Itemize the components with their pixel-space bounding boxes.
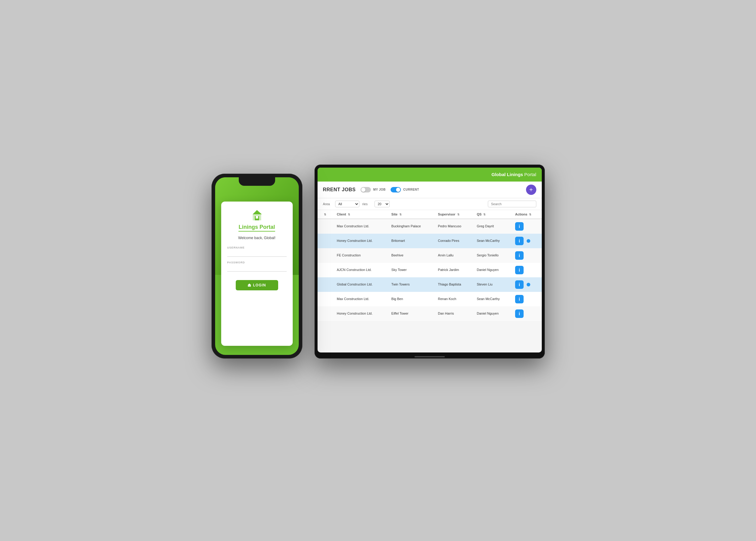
cell-qs: Steven Liu	[473, 277, 512, 292]
actions-cell: i	[515, 280, 538, 289]
info-button[interactable]: i	[515, 309, 524, 318]
add-icon: +	[529, 187, 533, 193]
phone-login-button[interactable]: LOGIN	[236, 280, 278, 290]
col-header-client[interactable]: Client ⇅	[333, 210, 388, 219]
tablet-toolbar-left: RRENT JOBS MY JOB CURRENT	[323, 187, 419, 193]
tablet-header-title: Global Linings Portal	[492, 172, 536, 177]
area-filter-label: Area	[323, 202, 332, 206]
area-filter-select[interactable]: All	[335, 201, 359, 207]
cell-num	[317, 292, 333, 306]
scene: Linings Portal Welcome back, Global! USE…	[211, 165, 545, 377]
cell-num	[317, 219, 333, 234]
col-header-actions[interactable]: Actions ⇅	[512, 210, 542, 219]
info-button[interactable]: i	[515, 266, 524, 274]
cell-supervisor: Patrick Jardim	[434, 263, 473, 277]
tablet-home-bar	[415, 356, 445, 357]
tablet-brand-name: Global Linings	[492, 172, 523, 177]
cell-site: Sky Tower	[388, 263, 435, 277]
svg-rect-1	[256, 216, 258, 219]
phone-password-input[interactable]	[227, 265, 287, 271]
cell-qs: Greg Dayrit	[473, 219, 512, 234]
actions-cell: i	[515, 237, 538, 245]
cell-site: Twin Towers	[388, 277, 435, 292]
cell-site: Big Ben	[388, 292, 435, 306]
phone-login-card: Linings Portal Welcome back, Global! USE…	[221, 202, 293, 346]
table-row: Honey Construction Ltd.Eiffel TowerDan H…	[317, 306, 542, 321]
table-row: Max Construction Ltd.Big BenRenan KochSe…	[317, 292, 542, 306]
col-header-site[interactable]: Site ⇅	[388, 210, 435, 219]
cell-supervisor: Pedro Mancuso	[434, 219, 473, 234]
tablet-portal-label: Portal	[524, 172, 536, 177]
info-button[interactable]: i	[515, 237, 524, 245]
phone-password-group: PASSWORD	[227, 261, 287, 271]
cell-supervisor: Conrado Pires	[434, 234, 473, 248]
cell-supervisor: Renan Koch	[434, 292, 473, 306]
my-job-toggle-knob	[361, 188, 365, 192]
cell-num	[317, 306, 333, 321]
search-input[interactable]	[488, 201, 536, 207]
actions-cell: i	[515, 309, 538, 318]
sort-arrows-supervisor: ⇅	[457, 213, 460, 216]
phone-password-label: PASSWORD	[227, 261, 287, 264]
cell-actions: i	[512, 234, 542, 248]
sort-arrows-actions: ⇅	[529, 213, 532, 216]
phone-logo-icon	[250, 209, 264, 222]
phone-notch	[239, 177, 275, 186]
info-button[interactable]: i	[515, 222, 524, 231]
entries-filter-label: ries	[362, 202, 371, 206]
my-job-label: MY JOB	[373, 188, 386, 191]
info-button[interactable]: i	[515, 251, 524, 260]
home-icon	[247, 283, 251, 287]
current-toggle[interactable]	[391, 187, 401, 193]
cell-actions: i	[512, 292, 542, 306]
table-row: Honey Construction Ltd.BritomartConrado …	[317, 234, 542, 248]
col-header-num[interactable]: ⇅	[317, 210, 333, 219]
jobs-title: RRENT JOBS	[323, 187, 356, 193]
blue-dot	[527, 283, 530, 286]
table-body: Max Construction Ltd.Buckingham PalacePe…	[317, 219, 542, 321]
col-header-supervisor[interactable]: Supervisor ⇅	[434, 210, 473, 219]
col-header-qs[interactable]: QS ⇅	[473, 210, 512, 219]
cell-site: Buckingham Palace	[388, 219, 435, 234]
cell-client: AJCN Construction Ltd.	[333, 263, 388, 277]
phone-username-group: USERNAME	[227, 246, 287, 257]
cell-client: Max Construction Ltd.	[333, 219, 388, 234]
tablet-header: Global Linings Portal	[317, 168, 542, 182]
actions-cell: i	[515, 266, 538, 274]
table-row: Global Construction Ltd.Twin TowersThiag…	[317, 277, 542, 292]
sort-arrows-site: ⇅	[399, 213, 402, 216]
cell-client: Max Construction Ltd.	[333, 292, 388, 306]
tablet-device: Global Linings Portal RRENT JOBS MY JOB	[314, 165, 545, 358]
cell-client: Global Construction Ltd.	[333, 277, 388, 292]
info-button[interactable]: i	[515, 295, 524, 303]
cell-actions: i	[512, 277, 542, 292]
phone-welcome-text: Welcome back, Global!	[238, 236, 275, 240]
table-row: Max Construction Ltd.Buckingham PalacePe…	[317, 219, 542, 234]
entries-filter-select[interactable]: 20	[375, 201, 390, 207]
phone-screen: Linings Portal Welcome back, Global! USE…	[215, 177, 299, 355]
cell-supervisor: Arvin Lallu	[434, 248, 473, 263]
add-button[interactable]: +	[526, 185, 536, 195]
phone-login-label: LOGIN	[253, 283, 266, 287]
cell-client: Honey Construction Ltd.	[333, 234, 388, 248]
cell-supervisor: Thiago Baptista	[434, 277, 473, 292]
cell-actions: i	[512, 306, 542, 321]
phone-username-input[interactable]	[227, 250, 287, 257]
tablet-screen: Global Linings Portal RRENT JOBS MY JOB	[317, 168, 542, 352]
cell-num	[317, 277, 333, 292]
current-toggle-knob	[396, 188, 400, 192]
cell-num	[317, 263, 333, 277]
cell-qs: Daniel Nguyen	[473, 306, 512, 321]
sort-arrows-qs: ⇅	[483, 213, 486, 216]
sort-arrows-client: ⇅	[348, 213, 350, 216]
info-button[interactable]: i	[515, 280, 524, 289]
actions-cell: i	[515, 251, 538, 260]
cell-actions: i	[512, 263, 542, 277]
cell-client: Honey Construction Ltd.	[333, 306, 388, 321]
tablet-filter-row: Area All ries 20	[317, 198, 542, 210]
my-job-toggle[interactable]	[361, 187, 371, 193]
cell-supervisor: Dan Harris	[434, 306, 473, 321]
cell-qs: Sean McCarthy	[473, 292, 512, 306]
cell-qs: Sergio Toniello	[473, 248, 512, 263]
jobs-table: ⇅ Client ⇅ Site ⇅ Supervisor ⇅ QS ⇅ Acti…	[317, 210, 542, 321]
